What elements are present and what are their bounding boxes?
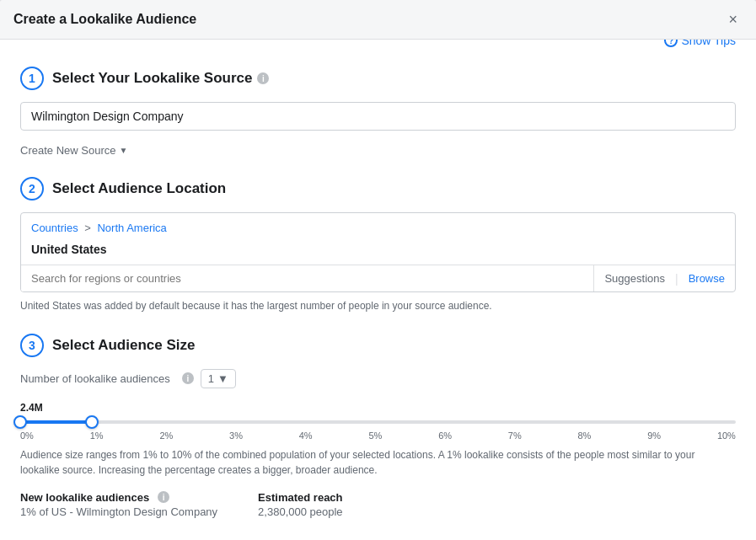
- tick-4: 4%: [299, 430, 313, 441]
- audience-size-slider[interactable]: 2.4M 0% 1% 2% 3% 4% 5% 6% 7% 8% 9%: [20, 402, 736, 441]
- source-input[interactable]: [20, 102, 736, 131]
- num-audiences-info-icon[interactable]: i: [182, 372, 194, 384]
- step2-number: 2: [20, 177, 44, 200]
- suggestions-button[interactable]: Suggestions: [594, 265, 675, 291]
- step3-title: Select Audience Size: [52, 337, 195, 354]
- slider-thumb-left[interactable]: [13, 415, 27, 429]
- browse-button[interactable]: Browse: [678, 265, 735, 291]
- tick-6: 6%: [438, 430, 452, 441]
- tick-1: 1%: [90, 430, 104, 441]
- breadcrumb-countries[interactable]: Countries: [31, 222, 78, 234]
- tick-5: 5%: [368, 430, 382, 441]
- step3-header: 3 Select Audience Size: [20, 334, 736, 357]
- slider-thumb-right[interactable]: [85, 415, 99, 429]
- new-lookalike-label: New lookalike audiences i: [20, 491, 217, 504]
- dropdown-arrow-icon: ▼: [119, 146, 127, 155]
- estimated-reach-block: Estimated reach 2,380,000 people: [258, 491, 342, 518]
- create-new-source-label: Create New Source: [20, 144, 115, 157]
- location-actions: Suggestions | Browse: [593, 265, 735, 291]
- show-tips-button[interactable]: ? Show Tips: [664, 40, 736, 51]
- location-box: Countries > North America United States …: [20, 212, 736, 292]
- step1-section: 1 Select Your Lookalike Source i Create …: [20, 67, 736, 157]
- num-audiences-value: 1: [208, 372, 214, 385]
- num-audiences-row: Number of lookalike audiences i 1 ▼: [20, 369, 736, 388]
- slider-value-label: 2.4M: [20, 402, 736, 414]
- location-breadcrumb: Countries > North America: [21, 213, 735, 239]
- tick-2: 2%: [159, 430, 173, 441]
- step3-section: 3 Select Audience Size Number of lookali…: [20, 334, 736, 518]
- location-search-row: Suggestions | Browse: [21, 265, 735, 291]
- step1-info-icon[interactable]: i: [257, 72, 269, 84]
- new-lookalike-value: 1% of US - Wilmington Design Company: [20, 505, 217, 518]
- tick-7: 7%: [508, 430, 522, 441]
- location-note: United States was added by default becau…: [20, 299, 736, 313]
- tick-8: 8%: [578, 430, 592, 441]
- tick-0: 0%: [20, 430, 34, 441]
- slider-track: [20, 420, 736, 424]
- close-button[interactable]: ×: [723, 10, 743, 29]
- estimated-reach-label: Estimated reach: [258, 491, 342, 504]
- selected-country: United States: [21, 239, 735, 265]
- step3-number: 3: [20, 334, 44, 357]
- location-search-input[interactable]: [21, 265, 593, 291]
- step1-header: 1 Select Your Lookalike Source i: [20, 67, 736, 90]
- tick-10: 10%: [717, 430, 736, 441]
- create-new-source-button[interactable]: Create New Source ▼: [20, 144, 127, 157]
- num-audiences-arrow: ▼: [217, 372, 228, 385]
- tips-icon: ?: [664, 40, 678, 47]
- num-audiences-select[interactable]: 1 ▼: [201, 369, 236, 388]
- audience-note: Audience size ranges from 1% to 10% of t…: [20, 447, 736, 478]
- breadcrumb-region[interactable]: North America: [97, 222, 166, 234]
- new-lookalike-info-icon[interactable]: i: [158, 491, 169, 503]
- step2-title: Select Audience Location: [52, 180, 226, 197]
- slider-fill: [20, 420, 92, 424]
- step2-section: 2 Select Audience Location Countries > N…: [20, 177, 736, 313]
- new-lookalike-block: New lookalike audiences i 1% of US - Wil…: [20, 491, 217, 518]
- num-audiences-label: Number of lookalike audiences: [20, 372, 170, 385]
- slider-ticks: 0% 1% 2% 3% 4% 5% 6% 7% 8% 9% 10%: [20, 430, 736, 441]
- modal-header: Create a Lookalike Audience ×: [0, 0, 756, 40]
- tick-9: 9%: [647, 430, 661, 441]
- step1-number: 1: [20, 67, 44, 90]
- modal-body: ? Show Tips 1 Select Your Lookalike Sour…: [0, 40, 756, 540]
- estimated-reach-value: 2,380,000 people: [258, 505, 342, 518]
- audience-stats: New lookalike audiences i 1% of US - Wil…: [20, 491, 736, 518]
- show-tips-label: Show Tips: [681, 40, 736, 47]
- modal-title: Create a Lookalike Audience: [13, 12, 196, 27]
- modal: Create a Lookalike Audience × ? Show Tip…: [0, 0, 756, 540]
- tick-3: 3%: [229, 430, 243, 441]
- step1-title: Select Your Lookalike Source: [52, 70, 252, 87]
- step2-header: 2 Select Audience Location: [20, 177, 736, 200]
- breadcrumb-sep: >: [84, 222, 91, 234]
